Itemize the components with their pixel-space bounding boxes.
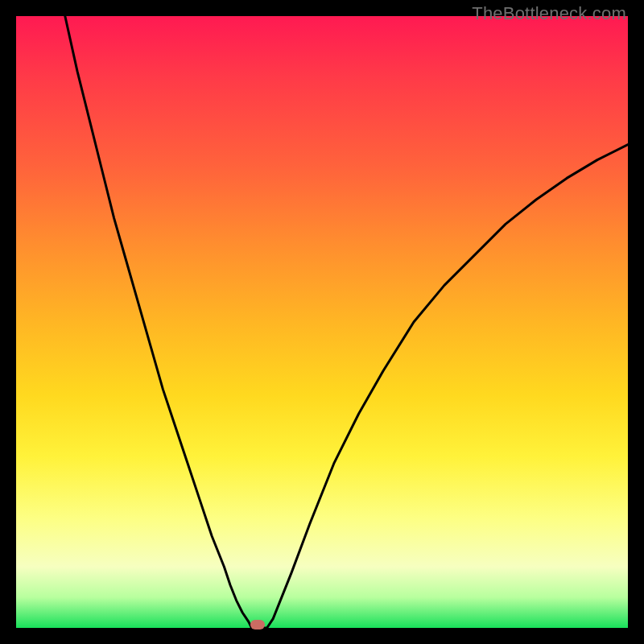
chart-frame <box>16 16 628 628</box>
bottleneck-curve <box>16 16 628 628</box>
optimum-marker <box>250 620 265 630</box>
watermark-text: TheBottleneck.com <box>472 3 626 24</box>
